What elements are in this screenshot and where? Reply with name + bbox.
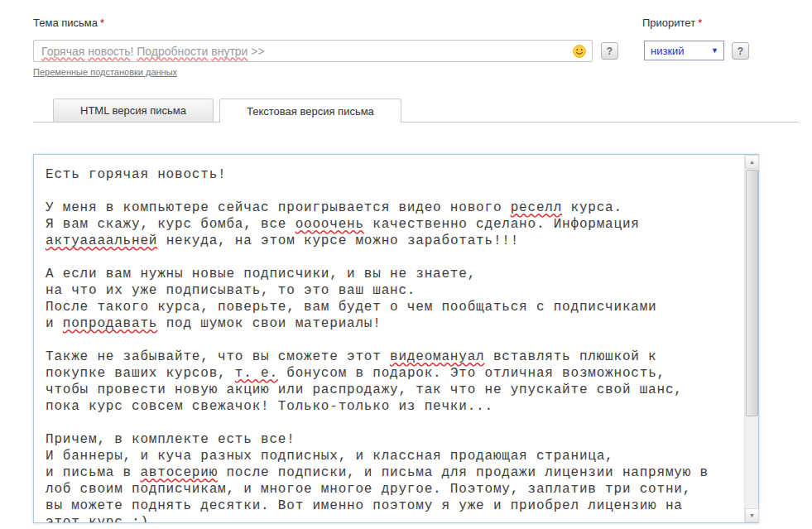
subject-input-value: Горячая новость! Подробности внутри >> — [41, 45, 265, 58]
editor-line — [46, 183, 741, 200]
chevron-down-icon: ▼ — [711, 46, 718, 55]
editor-line — [46, 332, 741, 349]
priority-selected-value: низкий — [651, 45, 685, 57]
tab-html-version[interactable]: HTML версия письма — [53, 99, 214, 122]
editor-scrollbar[interactable]: ▲ ▼ — [744, 155, 758, 522]
subject-label-text: Тема письма — [33, 17, 98, 29]
editor-line: Также не забывайте, что вы сможете этот … — [46, 349, 741, 365]
editor-line: и письма в автосерию после подписки, и п… — [46, 464, 741, 481]
editor-line — [46, 249, 741, 266]
editor-line: Причем, в комплекте есть все! — [46, 431, 741, 448]
tab-text-version[interactable]: Текстовая версия письма — [219, 99, 401, 123]
subject-help-button[interactable]: ? — [601, 42, 618, 60]
editor-line: этот курс :) — [46, 514, 741, 522]
editor-line: на что их уже подписывать, то это ваш ша… — [46, 282, 741, 299]
editor-line: И баннеры, и куча разных подписных, и кл… — [46, 448, 741, 464]
editor-line: После такого курса, поверьте, вам будет … — [46, 299, 741, 315]
priority-label-text: Приоритет — [642, 17, 695, 29]
priority-required-asterisk: * — [698, 17, 702, 29]
tab-html-version-label: HTML версия письма — [80, 104, 186, 117]
editor-line: чтобы провести новую акцию или распродаж… — [46, 382, 741, 398]
editor-line: У меня в компьютере сейчас проигрывается… — [46, 200, 741, 216]
editor-content: Есть горячая новость! У меня в компьютер… — [34, 155, 744, 522]
data-substitution-link[interactable]: Переменные подстановки данных — [33, 67, 177, 77]
subject-input[interactable]: Горячая новость! Подробности внутри >> — [33, 40, 593, 62]
editor-line: лоб своим подписчикам, и многое многое д… — [46, 481, 741, 498]
priority-label: Приоритет* — [642, 17, 702, 29]
editor-line: покупке ваших курсов, т. е. бонусом в по… — [46, 365, 741, 382]
subject-label: Тема письма* — [33, 17, 104, 29]
editor-line — [46, 415, 741, 431]
priority-select[interactable]: низкий ▼ — [644, 41, 724, 60]
scrollbar-thumb[interactable] — [746, 170, 758, 416]
editor-line: актуаааальней некуда, на этом курсе можн… — [46, 233, 741, 249]
priority-help-button[interactable]: ? — [732, 42, 749, 60]
editor-line: А если вам нужны новые подписчики, и вы … — [46, 266, 741, 282]
subject-required-asterisk: * — [100, 17, 104, 29]
text-version-editor[interactable]: Есть горячая новость! У меня в компьютер… — [33, 154, 759, 523]
emoji-smiley-icon[interactable] — [573, 45, 586, 58]
tab-text-version-label: Текстовая версия письма — [247, 105, 374, 118]
editor-line: и попродавать под шумок свои материалы! — [46, 315, 741, 332]
editor-line: вы можете поднять десятки. Вот именно по… — [46, 498, 741, 514]
scroll-down-icon[interactable]: ▼ — [745, 508, 759, 522]
editor-line: Есть горячая новость! — [46, 166, 741, 183]
editor-line: Я вам скажу, курс бомба, все оооочень ка… — [46, 216, 741, 233]
tabs-separator-line — [33, 122, 799, 123]
editor-line: пока курс совсем свежачок! Только-только… — [46, 398, 741, 415]
scroll-up-icon[interactable]: ▲ — [745, 155, 759, 169]
